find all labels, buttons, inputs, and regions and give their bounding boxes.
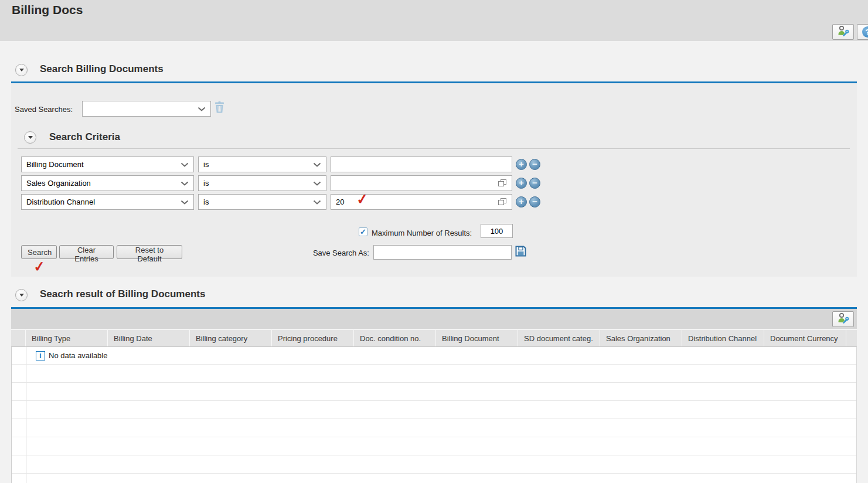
chevron-down-icon bbox=[313, 162, 321, 167]
criteria-field-value: Distribution Channel bbox=[26, 198, 177, 206]
top-header-bar: Billing Docs ? bbox=[0, 0, 868, 41]
max-results-input[interactable] bbox=[481, 224, 513, 238]
no-data-message: No data available bbox=[49, 351, 107, 360]
row-selector-cell bbox=[12, 419, 26, 437]
results-table: Billing Type Billing Date Billing catego… bbox=[11, 309, 857, 483]
criteria-operator-select-3[interactable]: is bbox=[198, 194, 326, 210]
criteria-value-input-2[interactable] bbox=[331, 175, 512, 191]
table-header-row: Billing Type Billing Date Billing catego… bbox=[11, 329, 857, 347]
column-header-sd-document-categ[interactable]: SD document categ. bbox=[518, 330, 600, 346]
empty-table-row bbox=[12, 419, 856, 437]
criteria-operator-select-2[interactable]: is bbox=[198, 175, 326, 191]
table-toolbar bbox=[11, 309, 857, 329]
row-selector-cell bbox=[12, 365, 26, 382]
criteria-field-select-3[interactable]: Distribution Channel bbox=[21, 194, 194, 210]
remove-criteria-row-button[interactable]: − bbox=[529, 178, 540, 189]
page-title: Billing Docs bbox=[12, 3, 83, 17]
row-selector-cell bbox=[12, 474, 26, 483]
checkmark-icon: ✓ bbox=[360, 227, 366, 236]
chevron-down-icon bbox=[19, 69, 24, 72]
row-selector-cell bbox=[12, 455, 26, 473]
row-selector-cell bbox=[12, 347, 26, 364]
max-results-label: Maximum Number of Results: bbox=[372, 229, 472, 237]
row-selector-cell bbox=[12, 401, 26, 419]
criteria-operator-select-1[interactable]: is bbox=[198, 157, 326, 172]
column-header-distribution-channel[interactable]: Distribution Channel bbox=[682, 330, 764, 346]
column-header-billing-category[interactable]: Billing category bbox=[190, 330, 272, 346]
trash-icon bbox=[215, 105, 224, 115]
criteria-value-input-1[interactable] bbox=[331, 157, 512, 172]
column-header-billing-date[interactable]: Billing Date bbox=[108, 330, 190, 346]
saved-searches-select[interactable] bbox=[82, 101, 211, 117]
results-section-title: Seacrh result of Billing Documents bbox=[40, 288, 205, 300]
row-selector-cell bbox=[12, 383, 26, 400]
chevron-down-icon bbox=[313, 200, 321, 205]
value-help-icon[interactable] bbox=[498, 198, 507, 206]
personalize-button[interactable] bbox=[832, 24, 854, 40]
save-search-label: Save Search As: bbox=[311, 249, 369, 257]
column-header-billing-type[interactable]: Billing Type bbox=[26, 330, 108, 346]
row-selector-cell bbox=[12, 437, 26, 455]
annotation-checkmark: ✓ bbox=[33, 258, 46, 275]
table-body: i No data available bbox=[11, 347, 857, 483]
chevron-down-icon bbox=[181, 162, 189, 167]
empty-table-row bbox=[12, 365, 856, 383]
empty-table-row bbox=[12, 474, 856, 483]
chevron-down-icon bbox=[181, 181, 189, 186]
empty-table-row bbox=[12, 401, 856, 419]
chevron-down-icon bbox=[313, 181, 321, 186]
criteria-operator-value: is bbox=[203, 179, 309, 188]
empty-table-row bbox=[12, 383, 856, 401]
column-header-doc-condition-no[interactable]: Doc. condition no. bbox=[354, 330, 436, 346]
floppy-disk-icon bbox=[515, 249, 526, 258]
chevron-down-icon bbox=[28, 136, 33, 139]
criteria-divider bbox=[18, 148, 850, 149]
info-icon: i bbox=[36, 351, 45, 360]
billing-docs-app: Billing Docs ? Search Billing Documents … bbox=[0, 0, 868, 483]
criteria-operator-value: is bbox=[203, 198, 309, 206]
value-help-icon[interactable] bbox=[498, 179, 507, 188]
column-header-document-currency[interactable]: Document Currency bbox=[764, 330, 846, 346]
criteria-field-value: Billing Document bbox=[26, 160, 177, 169]
delete-saved-search-button[interactable] bbox=[215, 101, 224, 115]
criteria-field-select-1[interactable]: Billing Document bbox=[21, 157, 194, 172]
criteria-field-select-2[interactable]: Sales Organization bbox=[21, 175, 194, 191]
chevron-down-icon bbox=[19, 294, 24, 297]
column-header-filler bbox=[846, 330, 857, 346]
column-header-sales-organization[interactable]: Sales Organization bbox=[600, 330, 682, 346]
add-criteria-row-button[interactable]: + bbox=[516, 159, 527, 170]
chevron-down-icon bbox=[198, 107, 206, 111]
question-circle-icon: ? bbox=[862, 26, 868, 38]
select-all-column-header[interactable] bbox=[11, 330, 26, 346]
criteria-operator-value: is bbox=[203, 160, 309, 169]
search-section-title: Search Billing Documents bbox=[40, 63, 164, 75]
empty-table-row bbox=[12, 437, 856, 455]
add-criteria-row-button[interactable]: + bbox=[516, 196, 527, 208]
save-search-input[interactable] bbox=[373, 245, 512, 260]
criteria-collapse-button[interactable] bbox=[24, 131, 36, 144]
criteria-title: Search Criteria bbox=[49, 131, 120, 143]
results-section-collapse-button[interactable] bbox=[15, 289, 28, 301]
add-criteria-row-button[interactable]: + bbox=[516, 178, 527, 189]
person-wrench-icon bbox=[837, 25, 849, 39]
reset-to-default-button[interactable]: Reset to Default bbox=[117, 245, 182, 259]
empty-table-row bbox=[12, 455, 856, 474]
no-data-row: i No data available bbox=[12, 347, 856, 365]
annotation-checkmark: ✓ bbox=[356, 191, 369, 208]
search-button[interactable]: Search bbox=[21, 245, 57, 259]
remove-criteria-row-button[interactable]: − bbox=[529, 196, 540, 208]
column-header-pricing-procedure[interactable]: Pricing procedure bbox=[272, 330, 354, 346]
criteria-field-value: Sales Organization bbox=[26, 179, 177, 188]
column-header-billing-document[interactable]: Billing Document bbox=[436, 330, 518, 346]
max-results-checkbox[interactable]: ✓ bbox=[359, 227, 367, 236]
saved-searches-label: Saved Searches: bbox=[15, 105, 73, 114]
clear-entries-button[interactable]: Clear Entries bbox=[59, 245, 114, 259]
save-search-button[interactable] bbox=[515, 246, 526, 259]
table-personalize-button[interactable] bbox=[832, 311, 854, 327]
help-button[interactable]: ? bbox=[857, 24, 868, 40]
person-wrench-icon bbox=[837, 312, 849, 326]
remove-criteria-row-button[interactable]: − bbox=[529, 159, 540, 170]
search-section-collapse-button[interactable] bbox=[15, 64, 28, 76]
chevron-down-icon bbox=[181, 200, 189, 205]
